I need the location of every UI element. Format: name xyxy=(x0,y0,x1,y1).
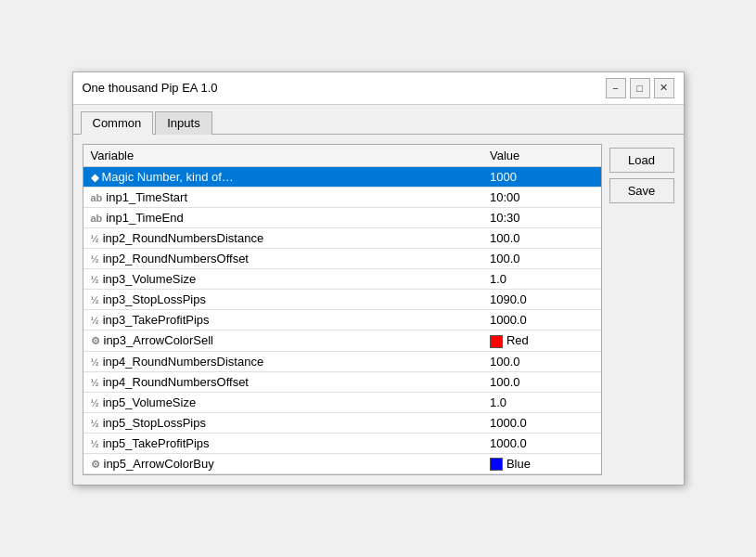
table-row[interactable]: ½inp5_TakeProfitPips1000.0 xyxy=(83,433,601,453)
table-row[interactable]: ½inp4_RoundNumbersOffset100.0 xyxy=(83,371,601,392)
value-text: 1000.0 xyxy=(490,313,527,327)
value-cell: 1.0 xyxy=(482,268,601,289)
variable-cell: abinp1_TimeEnd xyxy=(83,207,482,227)
variable-cell: abinp1_TimeStart xyxy=(83,187,482,207)
table-row[interactable]: ½inp3_StopLossPips1090.0 xyxy=(83,289,601,309)
value-cell: 1000.0 xyxy=(482,309,601,330)
table-row[interactable]: ½inp5_VolumeSize1.0 xyxy=(83,392,601,412)
variable-name: inp5_StopLossPips xyxy=(103,416,206,430)
table-row[interactable]: ◆Magic Number, kind of…1000 xyxy=(83,166,601,187)
color-icon: ⚙ xyxy=(91,335,100,347)
table-row[interactable]: ⚙inp5_ArrowColorBuyBlue xyxy=(83,453,601,474)
col-variable-header: Variable xyxy=(83,145,482,167)
side-buttons: Load Save xyxy=(609,144,674,475)
value-text: 1000 xyxy=(490,170,517,184)
variable-cell: ½inp5_VolumeSize xyxy=(83,392,482,412)
restore-button[interactable]: □ xyxy=(630,78,650,98)
variable-cell: ½inp5_StopLossPips xyxy=(83,412,482,433)
color-swatch xyxy=(490,458,503,471)
variable-cell: ⚙inp3_ArrowColorSell xyxy=(83,330,482,351)
ab-icon: ab xyxy=(91,192,103,203)
value-cell: 1090.0 xyxy=(482,289,601,309)
value-text: 100.0 xyxy=(490,375,520,389)
value-cell: 100.0 xyxy=(482,227,601,248)
main-window: One thousand Pip EA 1.0 − □ ✕ Common Inp… xyxy=(72,71,685,486)
table-header-row: Variable Value xyxy=(83,145,601,167)
table-row[interactable]: abinp1_TimeStart10:00 xyxy=(83,187,601,207)
value-text: 100.0 xyxy=(490,231,520,245)
variable-cell: ½inp3_TakeProfitPips xyxy=(83,309,482,330)
half-icon: ½ xyxy=(91,356,99,368)
value-text: 10:30 xyxy=(490,211,520,225)
window-title: One thousand Pip EA 1.0 xyxy=(83,81,218,95)
value-text: 1090.0 xyxy=(490,292,527,306)
variable-cell: ½inp2_RoundNumbersOffset xyxy=(83,248,482,268)
tab-inputs[interactable]: Inputs xyxy=(155,111,211,135)
half-icon: ½ xyxy=(91,438,99,449)
color-icon: ⚙ xyxy=(91,459,100,471)
table-row[interactable]: ½inp2_RoundNumbersDistance100.0 xyxy=(83,227,601,248)
half-icon: ½ xyxy=(91,274,99,285)
variable-cell: ½inp3_VolumeSize xyxy=(83,268,482,289)
variable-cell: ½inp4_RoundNumbersDistance xyxy=(83,351,482,371)
variable-name: inp5_ArrowColorBuy xyxy=(104,457,214,471)
value-text: 10:00 xyxy=(490,190,520,204)
half-icon: ½ xyxy=(91,233,99,244)
value-text: 100.0 xyxy=(490,252,520,266)
half-icon: ½ xyxy=(91,377,99,388)
value-cell: 1000.0 xyxy=(482,412,601,433)
value-cell: 1000 xyxy=(482,166,601,187)
variable-cell: ◆Magic Number, kind of… xyxy=(83,166,482,187)
table-body: ◆Magic Number, kind of…1000abinp1_TimeSt… xyxy=(83,166,601,473)
tab-common[interactable]: Common xyxy=(81,111,154,135)
value-cell: 100.0 xyxy=(482,371,601,392)
parameters-table: Variable Value ◆Magic Number, kind of…10… xyxy=(83,145,601,474)
variable-name: inp3_VolumeSize xyxy=(103,272,196,286)
variable-cell: ⚙inp5_ArrowColorBuy xyxy=(83,453,482,474)
table-row[interactable]: ½inp3_TakeProfitPips1000.0 xyxy=(83,309,601,330)
variable-name: inp3_TakeProfitPips xyxy=(103,313,210,327)
table-row[interactable]: ½inp2_RoundNumbersOffset100.0 xyxy=(83,248,601,268)
title-bar: One thousand Pip EA 1.0 − □ ✕ xyxy=(73,72,684,105)
save-button[interactable]: Save xyxy=(609,178,674,203)
half-icon: ½ xyxy=(91,253,99,265)
variable-name: inp2_RoundNumbersOffset xyxy=(103,252,249,266)
variable-name: inp5_TakeProfitPips xyxy=(103,436,210,450)
ab-icon: ab xyxy=(91,213,103,224)
value-text: 1000.0 xyxy=(490,436,527,450)
load-button[interactable]: Load xyxy=(609,148,674,173)
table-row[interactable]: ⚙inp3_ArrowColorSellRed xyxy=(83,330,601,351)
value-cell: 100.0 xyxy=(482,248,601,268)
table-row[interactable]: ½inp5_StopLossPips1000.0 xyxy=(83,412,601,433)
title-bar-controls: − □ ✕ xyxy=(606,78,674,98)
table-row[interactable]: ½inp3_VolumeSize1.0 xyxy=(83,268,601,289)
tab-bar: Common Inputs xyxy=(73,105,684,135)
value-text: Red xyxy=(506,333,529,347)
half-icon: ½ xyxy=(91,315,99,326)
value-cell: 10:00 xyxy=(482,187,601,207)
diamond-icon: ◆ xyxy=(91,172,98,184)
minimize-button[interactable]: − xyxy=(606,78,626,98)
value-cell: 1000.0 xyxy=(482,433,601,453)
table-row[interactable]: ½inp4_RoundNumbersDistance100.0 xyxy=(83,351,601,371)
value-text: 1000.0 xyxy=(490,416,527,430)
value-cell: Blue xyxy=(482,453,601,474)
half-icon: ½ xyxy=(91,294,99,305)
variable-cell: ½inp3_StopLossPips xyxy=(83,289,482,309)
half-icon: ½ xyxy=(91,397,99,408)
value-cell: 1.0 xyxy=(482,392,601,412)
value-text: 100.0 xyxy=(490,355,520,369)
value-cell: Red xyxy=(482,330,601,351)
variable-name: inp4_RoundNumbersDistance xyxy=(103,355,263,369)
content-area: Variable Value ◆Magic Number, kind of…10… xyxy=(73,135,684,485)
table-row[interactable]: abinp1_TimeEnd10:30 xyxy=(83,207,601,227)
close-button[interactable]: ✕ xyxy=(654,78,674,98)
col-value-header: Value xyxy=(482,145,601,167)
variable-cell: ½inp5_TakeProfitPips xyxy=(83,433,482,453)
parameters-table-container: Variable Value ◆Magic Number, kind of…10… xyxy=(83,144,602,475)
value-cell: 100.0 xyxy=(482,351,601,371)
variable-name: inp3_ArrowColorSell xyxy=(104,333,214,347)
value-text: Blue xyxy=(506,457,531,471)
variable-name: inp2_RoundNumbersDistance xyxy=(103,231,263,245)
variable-name: inp5_VolumeSize xyxy=(103,395,196,409)
